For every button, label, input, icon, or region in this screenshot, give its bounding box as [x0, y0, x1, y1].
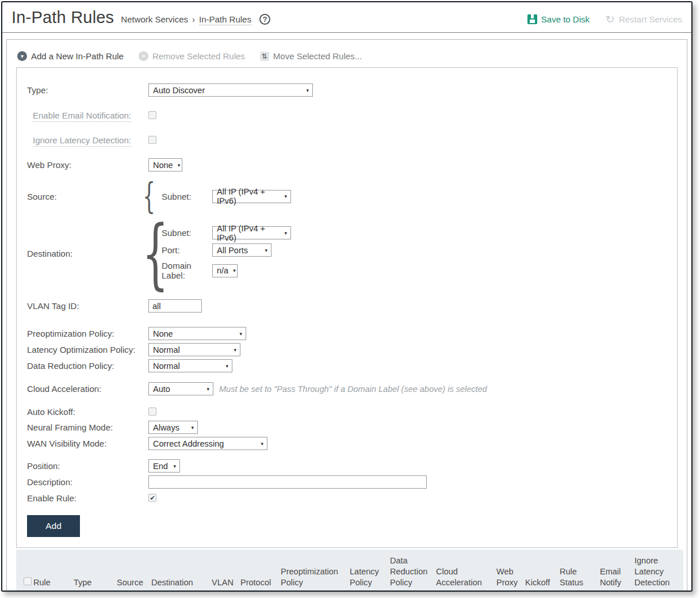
destination-port-label: Port: — [162, 245, 212, 255]
brace-decoration: { — [142, 220, 156, 287]
destination-subnet-select[interactable]: All IP (IPv4 + IPv6) ▾ — [212, 226, 291, 239]
select-all-checkbox[interactable] — [24, 577, 32, 585]
data-reduction-select[interactable]: Normal ▾ — [148, 359, 232, 372]
chevron-down-icon: ▾ — [265, 247, 267, 253]
destination-label: Destination: — [27, 249, 136, 258]
preoptimization-select[interactable]: None ▾ — [148, 327, 246, 340]
preoptimization-label: Preoptimization Policy: — [27, 329, 148, 338]
email-notification-checkbox[interactable] — [148, 111, 156, 119]
chevron-down-icon: ▾ — [178, 162, 181, 168]
header-actions: Save to Disk ↻ Restart Services — [527, 14, 682, 24]
enable-rule-label: Enable Rule: — [27, 493, 148, 503]
breadcrumb-separator-icon: › — [192, 14, 195, 24]
breadcrumb-section[interactable]: Network Services — [121, 14, 188, 24]
auto-kickoff-checkbox[interactable] — [148, 407, 156, 416]
web-proxy-value: None — [153, 161, 173, 170]
neural-framing-value: Always — [153, 423, 179, 432]
move-arrows-icon: ⇅ — [260, 52, 269, 61]
wan-visibility-label: WAN Visibility Mode: — [27, 439, 148, 448]
source-subnet-label: Subnet: — [162, 192, 212, 201]
remove-rules-button[interactable]: ✕ Remove Selected Rules — [139, 51, 245, 61]
col-email-notify: Email Notify — [600, 550, 634, 592]
table-header-row: Rule Type Source Destination VLAN Protoc… — [16, 550, 683, 592]
source-subnet-value: All IP (IPv4 + IPv6) — [217, 187, 280, 205]
chevron-down-icon: ▾ — [206, 386, 209, 392]
col-destination: Destination — [151, 550, 212, 592]
col-latency-policy: Latency Policy — [350, 550, 390, 592]
type-value: Auto Discover — [153, 86, 205, 95]
rules-table: Rule Type Source Destination VLAN Protoc… — [16, 550, 683, 592]
web-proxy-label: Web Proxy: — [27, 160, 148, 170]
move-rules-label: Move Selected Rules... — [273, 51, 362, 61]
cloud-acceleration-label: Cloud Acceleration: — [27, 384, 148, 394]
preoptimization-value: None — [153, 329, 173, 338]
col-protocol: Protocol — [240, 550, 281, 592]
chevron-down-icon: ▾ — [261, 441, 263, 447]
remove-rules-label: Remove Selected Rules — [152, 51, 245, 61]
remove-circle-icon: ✕ — [139, 51, 148, 61]
destination-subnet-label: Subnet: — [162, 228, 212, 238]
restart-services-label: Restart Services — [619, 14, 682, 24]
latency-optimization-select[interactable]: Normal ▾ — [148, 343, 240, 356]
col-ignore-latency-detection: Ignore Latency Detection — [634, 550, 683, 592]
col-cloud-acceleration: Cloud Acceleration — [436, 550, 496, 592]
source-group: Source: { Subnet: All IP (IPv4 + IPv6) ▾ — [27, 181, 665, 212]
ignore-latency-label: Ignore Latency Detection: — [33, 135, 148, 145]
neural-framing-select[interactable]: Always ▾ — [148, 421, 198, 434]
data-reduction-label: Data Reduction Policy: — [27, 361, 148, 371]
cloud-acceleration-note: Must be set to "Pass Through" if a Domai… — [219, 384, 487, 394]
domain-label-label: Domain Label: — [162, 261, 212, 280]
chevron-down-icon: ▾ — [233, 268, 236, 273]
breadcrumb: Network Services › In-Path Rules — [121, 14, 251, 25]
vlan-input[interactable] — [148, 299, 202, 313]
col-rule-status: Rule Status — [560, 550, 600, 592]
enable-rule-checkbox[interactable]: ✔ — [148, 494, 156, 502]
source-label: Source: — [27, 192, 136, 201]
source-subnet-select[interactable]: All IP (IPv4 + IPv6) ▾ — [212, 190, 291, 203]
breadcrumb-page[interactable]: In-Path Rules — [199, 14, 251, 25]
save-to-disk-button[interactable]: Save to Disk — [527, 14, 590, 24]
description-input[interactable] — [148, 475, 427, 489]
ignore-latency-checkbox[interactable] — [148, 136, 156, 144]
data-reduction-value: Normal — [153, 361, 180, 371]
neural-framing-label: Neural Framing Mode: — [27, 422, 148, 432]
description-label: Description: — [27, 477, 148, 487]
destination-port-select[interactable]: All Ports ▾ — [212, 243, 271, 257]
cloud-acceleration-select[interactable]: Auto ▾ — [148, 382, 213, 395]
restart-services-button[interactable]: ↻ Restart Services — [606, 14, 682, 24]
chevron-down-icon: ▾ — [284, 193, 287, 199]
chevron-down-icon: ▾ — [234, 347, 236, 353]
wan-visibility-select[interactable]: Correct Addressing ▾ — [148, 437, 267, 450]
destination-subnet-value: All IP (IPv4 + IPv6) — [217, 224, 280, 242]
latency-optimization-label: Latency Optimization Policy: — [27, 345, 148, 355]
app-window: In-Path Rules Network Services › In-Path… — [1, 1, 693, 592]
type-label: Type: — [27, 85, 148, 95]
page-header: In-Path Rules Network Services › In-Path… — [2, 2, 691, 33]
type-select[interactable]: Auto Discover ▾ — [148, 83, 313, 97]
restart-icon: ↻ — [605, 14, 616, 25]
auto-kickoff-label: Auto Kickoff: — [27, 407, 148, 417]
chevron-down-icon: ▾ — [284, 230, 287, 236]
position-select[interactable]: End ▾ — [148, 459, 180, 473]
page-title: In-Path Rules — [12, 8, 114, 27]
add-rule-label: Add a New In-Path Rule — [31, 51, 124, 61]
save-disk-icon — [527, 14, 537, 24]
move-rules-button[interactable]: ⇅ Move Selected Rules... — [260, 51, 362, 61]
wan-visibility-value: Correct Addressing — [153, 439, 224, 448]
col-vlan: VLAN — [212, 550, 240, 592]
add-button[interactable]: Add — [27, 515, 80, 537]
help-icon[interactable]: ? — [259, 14, 270, 25]
web-proxy-select[interactable]: None ▾ — [148, 158, 182, 172]
col-preoptimization-policy: Preoptimization Policy — [281, 550, 350, 592]
col-data-reduction-policy: Data Reduction Policy — [390, 550, 436, 592]
position-value: End — [153, 462, 168, 471]
content-box: ▾ Add a New In-Path Rule ✕ Remove Select… — [6, 39, 687, 592]
position-label: Position: — [27, 461, 148, 471]
add-rule-toggle[interactable]: ▾ Add a New In-Path Rule — [17, 51, 124, 61]
save-to-disk-label: Save to Disk — [541, 14, 590, 24]
chevron-down-icon: ▾ — [225, 363, 228, 369]
add-rule-form: Type: Auto Discover ▾ Enable Email Notif… — [16, 67, 678, 548]
chevron-down-icon: ▾ — [306, 87, 309, 93]
domain-label-select[interactable]: n/a ▾ — [212, 264, 238, 277]
destination-group: Destination: { Subnet: All IP (IPv4 + IP… — [27, 220, 665, 287]
